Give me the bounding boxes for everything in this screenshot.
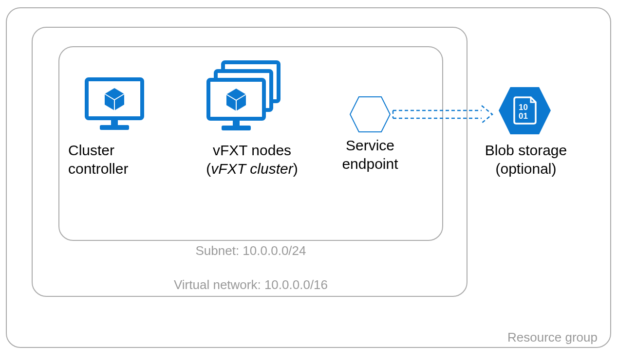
blob-storage-line2: (optional) xyxy=(495,161,556,177)
virtual-network-label: Virtual network: 10.0.0.0/16 xyxy=(161,277,341,292)
service-endpoint-line2: endpoint xyxy=(342,156,398,172)
svg-rect-2 xyxy=(100,125,129,130)
svg-rect-1 xyxy=(111,119,118,125)
vm-monitor-icon xyxy=(83,75,146,134)
cluster-controller-label: Cluster controller xyxy=(68,141,166,178)
vfxt-nodes-line1: vFXT nodes xyxy=(213,142,291,158)
blob-storage-line1: Blob storage xyxy=(485,142,567,158)
vfxt-nodes-line2-prefix: ( xyxy=(206,161,211,177)
svg-rect-9 xyxy=(222,126,251,130)
svg-text:01: 01 xyxy=(519,111,528,121)
svg-text:10: 10 xyxy=(519,103,528,112)
resource-group-label: Resource group xyxy=(507,330,598,345)
hexagon-icon xyxy=(348,95,392,134)
subnet-label: Subnet: 10.0.0.0/24 xyxy=(187,243,314,258)
service-endpoint-label: Service endpoint xyxy=(334,136,407,173)
blob-storage-icon: 10 01 xyxy=(497,85,553,136)
dashed-arrow-icon xyxy=(392,105,494,124)
vfxt-nodes-line2-suffix: ) xyxy=(293,161,298,177)
cluster-controller-line2: controller xyxy=(68,161,128,177)
vm-cluster-icon xyxy=(205,58,295,136)
cluster-controller-line1: Cluster xyxy=(68,142,114,158)
blob-storage-label: Blob storage (optional) xyxy=(480,141,572,178)
vfxt-nodes-label: vFXT nodes (vFXT cluster) xyxy=(195,141,309,178)
svg-marker-12 xyxy=(350,97,390,132)
svg-rect-8 xyxy=(233,120,240,126)
vfxt-nodes-line2-italic: vFXT cluster xyxy=(211,161,293,177)
service-endpoint-line1: Service xyxy=(346,137,394,153)
